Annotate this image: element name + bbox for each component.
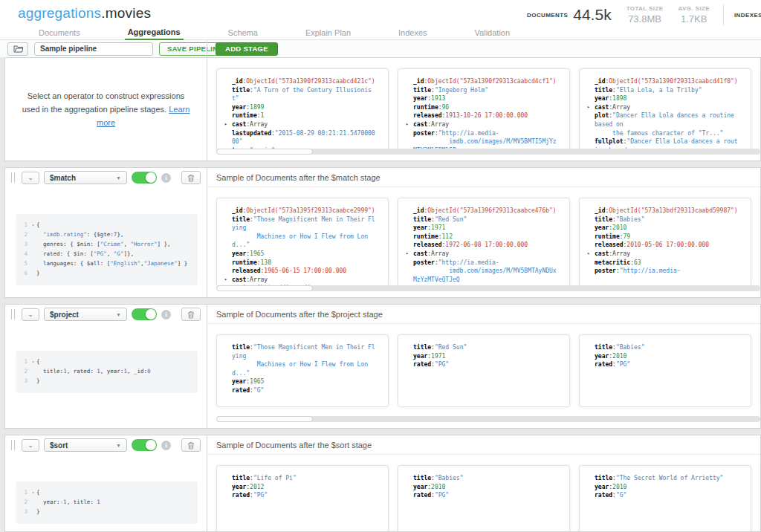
document-field: year:2010: [595, 483, 741, 492]
learn-more-link[interactable]: Learn more: [97, 105, 190, 127]
field-key: title: [232, 344, 250, 351]
expand-caret-icon[interactable]: ▸: [224, 276, 227, 285]
trash-icon: [187, 441, 195, 450]
tab-schema[interactable]: Schema: [225, 28, 261, 39]
expand-caret-icon[interactable]: ▸: [224, 120, 227, 129]
document-card: _id:ObjectId("573a1395f29313caabce2999")…: [216, 198, 389, 287]
stage-enabled-toggle[interactable]: [132, 172, 157, 184]
field-value: "G": [253, 387, 264, 394]
document-field: _id:ObjectId("573a1390f29313caabcd4cf1"): [413, 77, 560, 86]
field-key: released: [413, 112, 442, 119]
stage-enabled-toggle[interactable]: [132, 308, 157, 320]
stage-code-editor[interactable]: 1▾{2 year:-1, title: 13}: [16, 481, 198, 524]
fold-caret-icon: [30, 249, 36, 259]
code-line: 2 title:1, rated: 1, year:1, _id:0: [19, 366, 193, 376]
document-field: rated:"PG": [413, 491, 560, 500]
field-value: 1913-10-26 17:00:00.000: [445, 112, 528, 119]
field-value: ObjectId("573a1390f29313caabcd4cf1"): [427, 78, 556, 85]
field-value: ObjectId("573a1395f29313caabce2999"): [246, 207, 375, 214]
tab-explain-plan[interactable]: Explain Plan: [302, 28, 354, 39]
document-field: year:1971: [413, 224, 560, 233]
drag-handle-icon[interactable]: [11, 172, 17, 183]
expand-caret-icon[interactable]: ▸: [587, 103, 590, 112]
document-field: ▸cast:Array: [413, 120, 560, 129]
expand-caret-icon[interactable]: ▸: [406, 120, 409, 129]
scrollbar-thumb[interactable]: [216, 416, 313, 422]
stage-operator-name: $match: [50, 174, 76, 182]
delete-stage-button[interactable]: [181, 438, 201, 452]
scrollbar-thumb[interactable]: [216, 149, 313, 155]
line-number: 2: [19, 366, 27, 376]
field-key: year: [413, 95, 427, 102]
document-field: title:"The Secret World of Arrietty": [595, 474, 741, 483]
drag-handle-icon[interactable]: [11, 309, 17, 319]
horizontal-scrollbar[interactable]: [216, 149, 760, 155]
document-field: runtime:1: [232, 111, 378, 120]
stage-code-editor[interactable]: 1▾{2 "imdb.rating": {$gte:7},3 genres: {…: [16, 214, 198, 285]
tab-aggregations[interactable]: Aggregations: [125, 27, 184, 40]
field-key: _id: [595, 78, 605, 85]
fold-caret-icon: [30, 497, 36, 507]
field-key: title: [413, 475, 431, 481]
tab-documents[interactable]: Documents: [36, 28, 83, 39]
pipeline-name-input[interactable]: [34, 42, 153, 56]
collapse-stage-button[interactable]: ⌄: [22, 308, 39, 321]
stat-indexes-label: INDEXES: [734, 12, 761, 19]
field-value: 1972-06-08 17:00:00.000: [445, 241, 528, 248]
field-value: "Red Sun": [435, 344, 467, 351]
document-field: released:1972-06-08 17:00:00.000: [413, 241, 560, 250]
stat-avg-size: AVG. SIZE 1.7KB: [678, 5, 710, 25]
document-field: runtime:79: [595, 233, 741, 241]
document-field: year:2012: [232, 483, 378, 492]
stage-enabled-toggle[interactable]: [132, 439, 157, 451]
field-key: rated: [413, 492, 431, 499]
field-key: plot: [595, 112, 609, 119]
document-field: year:1898: [595, 94, 741, 103]
field-value: "Red Sun": [435, 216, 467, 223]
line-number: 3: [19, 376, 27, 386]
document-field: title:"Babies": [595, 215, 741, 224]
horizontal-scrollbar[interactable]: [216, 285, 760, 291]
document-field: _id:ObjectId("573a1390f29313caabcd421c"): [232, 77, 378, 86]
document-field: poster:"http://ia.media- imdb.com/images…: [413, 259, 560, 285]
collapse-stage-button[interactable]: ⌄: [22, 439, 39, 452]
field-value: "http://ia.media-: [620, 267, 681, 274]
scrollbar-thumb[interactable]: [216, 285, 313, 291]
field-value: "PG": [253, 492, 268, 499]
folder-icon: [13, 45, 23, 53]
document-field: _id:ObjectId("573a1396f29313caabce476b"): [413, 207, 560, 215]
stat-documents: DOCUMENTS 44.5k: [527, 6, 612, 24]
add-stage-button[interactable]: ADD STAGE: [216, 42, 278, 56]
code-text: "imdb.rating": {$gte:7},: [36, 230, 123, 239]
document-field: title:"Ingeborg Holm": [413, 86, 560, 95]
namespace-title: aggregations.movies: [18, 5, 151, 22]
document-card: title:"Those Magnificent Men in Their Fl…: [216, 334, 389, 407]
field-key: cast: [595, 104, 609, 111]
tab-validation[interactable]: Validation: [472, 28, 514, 39]
collapse-stage-button[interactable]: ⌄: [22, 172, 39, 184]
field-value: 1: [261, 112, 265, 119]
field-key: cast: [413, 121, 427, 128]
document-card: title:"The Secret World of Arrietty"year…: [579, 465, 751, 531]
field-value: 63: [634, 259, 641, 266]
stage-operator-select[interactable]: $sort▼: [44, 438, 127, 452]
expand-caret-icon[interactable]: ▸: [587, 250, 590, 259]
field-key: released: [413, 241, 442, 248]
stat-total-size-label: TOTAL SIZE: [626, 5, 664, 12]
horizontal-scrollbar[interactable]: [216, 416, 760, 422]
open-saved-pipelines-button[interactable]: [7, 42, 28, 56]
stage-code-editor[interactable]: 1▾{2 title:1, rated: 1, year:1, _id:03}: [16, 351, 198, 393]
stage-editor: ⌄$match▼i1▾{2 "imdb.rating": {$gte:7},3 …: [5, 168, 207, 297]
expand-caret-icon[interactable]: ▸: [406, 250, 409, 259]
delete-stage-button[interactable]: [181, 308, 201, 321]
drag-handle-icon[interactable]: [11, 440, 17, 450]
delete-stage-button[interactable]: [181, 171, 201, 184]
tab-indexes[interactable]: Indexes: [395, 28, 430, 39]
tab-bar: DocumentsAggregationsSchemaExplain PlanI…: [0, 28, 761, 40]
field-key: rated: [413, 361, 431, 368]
pipeline: Select an operator to construct expressi…: [0, 57, 761, 532]
document-field: title:"Life of Pi": [232, 474, 378, 483]
document-field: title:"Red Sun": [413, 343, 560, 352]
stage-operator-select[interactable]: $project▼: [44, 308, 127, 321]
stage-operator-select[interactable]: $match▼: [44, 171, 127, 184]
